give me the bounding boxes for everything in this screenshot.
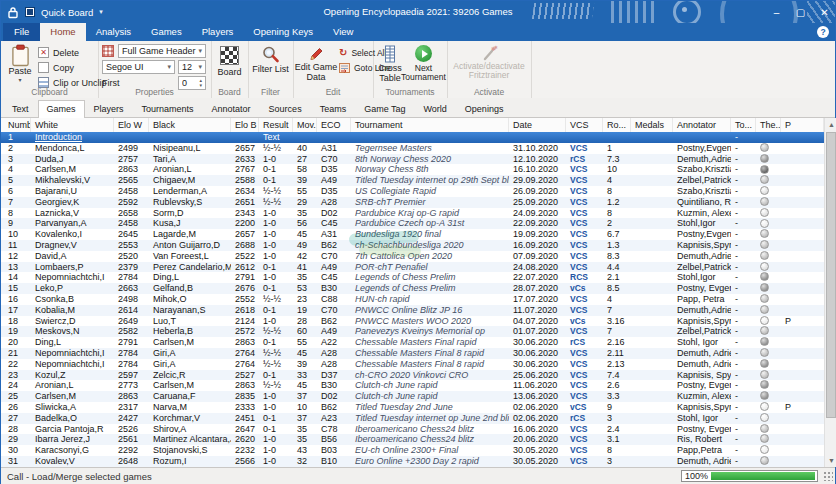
cell-date: 31.10.2020	[509, 143, 566, 154]
font-select[interactable]: Segoe UI ▾	[102, 60, 175, 74]
table-row[interactable]: 24Aronian,L2773Carlsen,M2863½-½45B30Clut…	[1, 380, 824, 391]
list-tab-sources[interactable]: Sources	[260, 101, 311, 117]
delete-button[interactable]: ✕ Delete	[38, 47, 79, 58]
header-cell-9[interactable]: Date	[509, 118, 566, 132]
table-row[interactable]: 25Carlsen,M2863Caruana,F28351-037D02Clut…	[1, 391, 824, 402]
next-tournament-button[interactable]: Next Tournament	[400, 45, 447, 83]
table-row[interactable]: 26Sliwicka,A2317Narva,M23331-010B62Title…	[1, 402, 824, 413]
header-format-select[interactable]: Full Game Header ▾	[118, 44, 206, 58]
cell-white: Lombaers,P	[31, 262, 114, 273]
ribbon-tab-view[interactable]: View	[323, 23, 363, 41]
table-row[interactable]: 3Duda,J2757Tari,A26331-027C708th Norway …	[1, 154, 824, 165]
header-cell-10[interactable]: VCS	[566, 118, 603, 132]
header-cell-3[interactable]: Black	[149, 118, 231, 132]
table-row[interactable]: 12David,A2520Van Foreest,L25221-042C707t…	[1, 251, 824, 262]
list-tab-openings[interactable]: Openings	[456, 101, 513, 117]
ribbon-tab-games[interactable]: Games	[141, 23, 192, 41]
table-row[interactable]: 30Karacsonyi,G2292Stojanovski,S22321-043…	[1, 445, 824, 456]
font-size-select[interactable]: 12 ▾	[178, 60, 206, 74]
header-cell-1[interactable]: White	[31, 118, 114, 132]
ribbon-tab-file[interactable]: File	[3, 23, 40, 41]
board-window-icon[interactable]	[25, 7, 35, 17]
table-row[interactable]: 4Carlsen,M2863Aronian,L27670-158D35Norwa…	[1, 164, 824, 175]
resize-grip[interactable]	[823, 471, 833, 481]
scroll-thumb[interactable]	[826, 132, 836, 418]
table-row[interactable]: 22Nepomniachtchi,I2784Giri,A2764½-½39A28…	[1, 359, 824, 370]
lock-icon[interactable]	[7, 6, 19, 19]
header-cell-8[interactable]: Tournament	[351, 118, 509, 132]
table-row[interactable]: 23Kozul,Z2597Zelcic,R25270-133D37ch-CRO …	[1, 370, 824, 381]
table-row[interactable]: 11Dragnev,V2553Anton Guijarro,D26881-049…	[1, 240, 824, 251]
table-row[interactable]: 29Ibarra Jerez,J2561Martinez Alcantara,J…	[1, 434, 824, 445]
list-tab-players[interactable]: Players	[85, 101, 133, 117]
paste-button[interactable]: Paste ▾	[5, 44, 35, 83]
table-row[interactable]: 15Leko,P2663Gelfand,B26760-153B30Legends…	[1, 283, 824, 294]
header-cell-16[interactable]: P	[781, 118, 824, 132]
ribbon-tab-analysis[interactable]: Analysis	[86, 23, 141, 41]
help-icon[interactable]: ?	[817, 26, 829, 38]
quickaccess-dropdown-icon[interactable]: ▾	[99, 8, 103, 16]
fritztrainer-button[interactable]: ✱✱ Activate/deactivate Fritztrainer	[451, 45, 527, 81]
table-row[interactable]: 13Lombaers,P2379Perez Candelario,M26120-…	[1, 262, 824, 273]
list-tab-tournaments[interactable]: Tournaments	[133, 101, 203, 117]
table-row[interactable]: 27Badelka,O2427Korchmar,V24510-137A23Tit…	[1, 413, 824, 424]
table-row[interactable]: 2Mendonca,L2499Nisipeanu,L2657½-½40A31Te…	[1, 143, 824, 154]
scroll-down-icon[interactable]: ▼	[825, 454, 836, 467]
header-cell-4[interactable]: Elo B	[231, 118, 259, 132]
table-row[interactable]: 5Mikhalevski,V2565Chigaev,M25880-139A49T…	[1, 175, 824, 186]
filter-list-button[interactable]: Filter List	[252, 45, 289, 75]
header-cell-0[interactable]: Numb...	[1, 118, 31, 132]
edit-game-data-button[interactable]: Edit Game Data	[294, 45, 338, 83]
ribbon-tab-players[interactable]: Players	[192, 23, 244, 41]
list-tab-teams[interactable]: Teams	[311, 101, 356, 117]
table-row[interactable]: 31Kovalev,V2648Rozum,I25661-032B10Euro O…	[1, 456, 824, 467]
list-tab-game-tag[interactable]: Game Tag	[355, 101, 414, 117]
header-cell-2[interactable]: Elo W	[114, 118, 149, 132]
table-row[interactable]: 16Csonka,B2498Mihok,O2552½-½23C88HUN-ch …	[1, 294, 824, 305]
list-tab-world[interactable]: World	[415, 101, 456, 117]
header-cell-11[interactable]: Ro...	[603, 118, 631, 132]
board-button[interactable]: Board	[214, 46, 245, 78]
scroll-up-icon[interactable]: ▲	[825, 118, 836, 131]
header-cell-12[interactable]: Medals	[631, 118, 673, 132]
table-row[interactable]: 21Nepomniachtchi,I2784Giri,A2764½-½45A28…	[1, 348, 824, 359]
table-row[interactable]: 7Georgiev,K2592Rublevsky,S2651½-½29A28SR…	[1, 197, 824, 208]
cell-annotator: Stohl, Igor	[673, 337, 731, 348]
minimize-button[interactable]: –	[770, 7, 783, 18]
table-row[interactable]: 20Ding,L2791Carlsen,M28630-155A22Chessab…	[1, 337, 824, 348]
cell-elo_w: 2498	[114, 294, 149, 305]
header-cell-13[interactable]: Annotator	[673, 118, 731, 132]
cell-ro: 7.3	[603, 154, 631, 165]
close-button[interactable]: ✕	[818, 7, 831, 18]
table-row[interactable]: 1IntroductionText-	[1, 132, 824, 143]
table-row[interactable]: 28Garcia Pantoja,R2526Shirov,A26470-135C…	[1, 424, 824, 435]
table-scrollbar[interactable]: ▲ ▼	[824, 118, 836, 467]
cell-n: 31	[1, 456, 31, 467]
cell-annotator: Zelbel,Patrick	[673, 175, 731, 186]
list-tab-annotator[interactable]: Annotator	[203, 101, 260, 117]
cell-theme	[756, 305, 781, 316]
cell-elo_w	[114, 132, 149, 143]
table-row[interactable]: 10Kovalenko,I2645Lagarde,M26571-045A31Bu…	[1, 229, 824, 240]
table-row[interactable]: 14Nepomniachtchi,I2784Ding,L27911-035C45…	[1, 272, 824, 283]
header-cell-15[interactable]: The...	[756, 118, 781, 132]
table-row[interactable]: 17Kobalia,M2614Narayanan,S26180-119C70PN…	[1, 305, 824, 316]
table-row[interactable]: 6Bajarani,U2458Lenderman,A2634½-½55D35US…	[1, 186, 824, 197]
table-row[interactable]: 18Swiercz,D2649Luo,T21241-028B62PNWCC Ma…	[1, 316, 824, 327]
maximize-button[interactable]: ▢	[794, 7, 807, 18]
header-cell-7[interactable]: ECO	[317, 118, 351, 132]
ribbon-tab-opening-keys[interactable]: Opening Keys	[243, 23, 323, 41]
copy-button[interactable]: . Copy	[38, 62, 74, 73]
list-tab-games[interactable]: Games	[38, 100, 85, 118]
table-row[interactable]: 9Parvanyan,A2458Kusa,J22001-056C45Pardub…	[1, 218, 824, 229]
list-tab-text[interactable]: Text	[3, 101, 38, 117]
table-row[interactable]: 8Laznicka,V2658Sorm,D23431-035D02Pardubi…	[1, 208, 824, 219]
cell-eco: B62	[317, 240, 351, 251]
header-cell-14[interactable]: To...	[731, 118, 756, 132]
ribbon-tab-home[interactable]: Home	[40, 23, 85, 41]
header-cell-6[interactable]: Mov...	[293, 118, 317, 132]
quick-access-label[interactable]: Quick Board	[41, 7, 93, 18]
header-cell-5[interactable]: Result	[259, 118, 293, 132]
table-row[interactable]: 19Meskovs,N2582Heberla,B2572½-½60A49Pane…	[1, 326, 824, 337]
cell-black: Lenderman,A	[149, 186, 231, 197]
